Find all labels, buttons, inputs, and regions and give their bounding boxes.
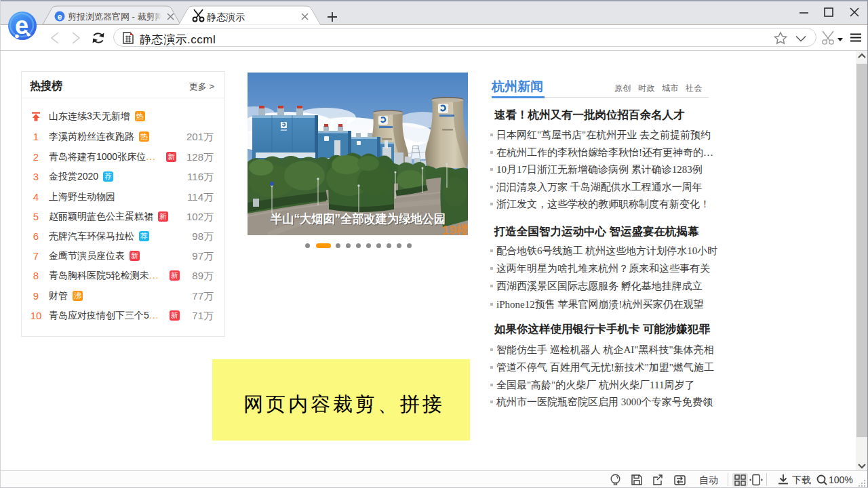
svg-text:e: e	[58, 12, 62, 22]
svg-text:半山“大烟囱”全部改建为绿地公园: 半山“大烟囱”全部改建为绿地公园	[270, 212, 446, 226]
svg-text:19楼: 19楼	[442, 223, 468, 235]
svg-text:自动: 自动	[699, 474, 718, 485]
svg-text:静态演示: 静态演示	[207, 12, 245, 22]
